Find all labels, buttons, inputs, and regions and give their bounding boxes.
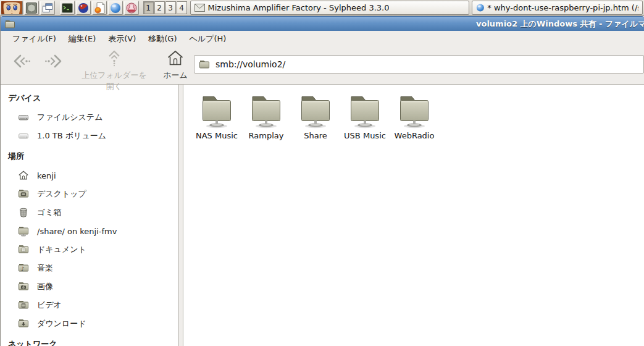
window-list-button[interactable] — [40, 1, 55, 15]
forward-button[interactable] — [44, 53, 64, 72]
network-folder-icon — [398, 92, 431, 129]
blue-sphere-icon — [109, 2, 122, 14]
sidebar-item-label: ゴミ箱 — [37, 207, 62, 218]
toolbar: 上位フォルダーを開く ホーム — [1, 47, 644, 85]
sidebar-header-network: ネットワーク — [1, 333, 178, 346]
sidebar-item-pictures[interactable]: 画像 — [1, 277, 178, 296]
firefox-document-launcher[interactable] — [92, 1, 107, 15]
folder-ramplay[interactable]: Ramplay — [241, 92, 291, 140]
anime-avatar-icon — [1, 1, 22, 15]
folder-desktop-icon — [18, 188, 29, 200]
network-folder-icon — [249, 92, 283, 129]
folder-label: Share — [304, 131, 327, 140]
up-folder-label: 上位フォルダーを開く — [80, 70, 149, 92]
back-button[interactable] — [12, 53, 31, 72]
menu-view[interactable]: 表示(V) — [102, 31, 142, 47]
sidebar-item-label: /share/ on kenji-fmv — [37, 227, 117, 236]
folder-videos-icon — [18, 300, 29, 311]
menu-edit[interactable]: 編集(E) — [62, 31, 102, 47]
menu-avatar-button[interactable] — [1, 1, 23, 15]
network-folder-icon — [200, 92, 233, 129]
menu-go[interactable]: 移動(G) — [142, 31, 183, 47]
folder-label: WebRadio — [395, 131, 435, 140]
pink-app-icon — [125, 2, 138, 14]
sidebar-item-desktop[interactable]: デスクトップ — [1, 185, 178, 203]
sidebar-item-downloads[interactable]: ダウンロード — [1, 314, 178, 333]
address-bar[interactable] — [194, 55, 644, 74]
sidebar-item-label: kenji — [37, 171, 56, 180]
folder-network-icon — [18, 226, 29, 237]
sidebar-item-label: ファイルシステム — [37, 112, 102, 123]
sidebar-item-share-kenji-fmv[interactable]: /share/ on kenji-fmv — [1, 222, 178, 240]
sidebar-item-label: ビデオ — [37, 300, 62, 311]
folder-nas-music[interactable]: NAS Music — [192, 92, 241, 140]
sidebar-item-videos[interactable]: ビデオ — [1, 296, 178, 314]
terminal-icon — [61, 2, 73, 14]
file-manager-window: volumio2 上のWindows 共有 - ファイルマネージャ ファイル(F… — [0, 16, 644, 346]
up-folder-button[interactable]: 上位フォルダーを開く — [80, 49, 149, 92]
sidebar-item-label: ドキュメント — [37, 244, 86, 255]
folder-view: NAS Music Ramplay Share USB Music WebRad… — [183, 85, 644, 346]
menu-help[interactable]: ヘルプ(H) — [183, 31, 232, 47]
folder-label: Ramplay — [249, 131, 284, 140]
workspace-2[interactable]: 2 — [154, 1, 165, 14]
harddisk-icon — [18, 112, 29, 123]
back-icon — [12, 53, 31, 69]
mozilla-globe-icon — [77, 2, 90, 14]
menu-file[interactable]: ファイル(F) — [6, 31, 62, 47]
folder-label: NAS Music — [196, 131, 238, 140]
sidebar-item-label: 画像 — [37, 281, 53, 292]
task-button-sylpheed[interactable]: Mizushima Amplifier Factory - Sylpheed 3… — [190, 1, 469, 15]
workspace-3[interactable]: 3 — [165, 1, 176, 14]
folder-downloads-icon — [18, 318, 29, 329]
folder-documents-icon — [18, 244, 29, 255]
taskbar: 1 2 3 4 Mizushima Amplifier Factory - Sy… — [0, 0, 644, 16]
sidebar-item-documents[interactable]: ドキュメント — [1, 240, 178, 259]
sidebar-item-label: 1.0 TB ボリューム — [37, 130, 106, 141]
folder-music-icon: ♪ — [18, 263, 29, 274]
task-label: Mizushima Amplifier Factory - Sylpheed 3… — [208, 3, 390, 12]
harddisk-unmounted-icon — [18, 130, 29, 141]
workspace-1[interactable]: 1 — [143, 1, 154, 14]
sidebar-item-home[interactable]: kenji — [1, 166, 178, 185]
places-sidebar: デバイス ファイルシステム 1.0 TB ボリューム 場所 — [1, 85, 179, 346]
home-label: ホーム — [159, 70, 192, 81]
show-desktop-button[interactable] — [24, 1, 39, 15]
task-button-browser[interactable]: * why-dont-use-raspberry-pi-jp.htm (/sha — [472, 1, 643, 15]
home-button[interactable]: ホーム — [159, 49, 192, 81]
folder-usb-music[interactable]: USB Music — [340, 92, 390, 140]
folder-label: USB Music — [344, 131, 386, 140]
workspace-4[interactable]: 4 — [177, 1, 187, 14]
browser-globe-icon — [476, 3, 485, 12]
blue-sphere-launcher[interactable] — [108, 1, 123, 15]
titlebar[interactable]: volumio2 上のWindows 共有 - ファイルマネージャ — [1, 16, 644, 31]
folder-pictures-icon — [18, 281, 29, 292]
trash-icon — [18, 207, 29, 218]
forward-icon — [44, 53, 64, 69]
sidebar-item-filesystem[interactable]: ファイルシステム — [1, 108, 178, 127]
sidebar-item-label: デスクトップ — [37, 188, 86, 200]
address-input[interactable] — [214, 59, 643, 70]
up-arrow-icon — [105, 49, 123, 67]
sidebar-item-trash[interactable]: ゴミ箱 — [1, 203, 178, 222]
taskbar-spacer — [56, 0, 59, 15]
menubar: ファイル(F) 編集(E) 表示(V) 移動(G) ヘルプ(H) — [1, 31, 644, 47]
mail-icon — [194, 4, 205, 12]
sidebar-item-music[interactable]: ♪ 音楽 — [1, 259, 178, 277]
home-small-icon — [18, 170, 29, 181]
mozilla-launcher[interactable] — [76, 1, 91, 15]
window-content: デバイス ファイルシステム 1.0 TB ボリューム 場所 — [1, 85, 644, 346]
folder-webradio[interactable]: WebRadio — [390, 92, 439, 140]
terminal-launcher[interactable] — [60, 1, 75, 15]
sidebar-item-volume[interactable]: 1.0 TB ボリューム — [1, 127, 178, 145]
window-folder-icon — [4, 19, 15, 32]
sidebar-header-places: 場所 — [1, 145, 178, 166]
network-folder-icon — [348, 92, 382, 129]
network-folder-icon — [299, 92, 332, 129]
workspace-pager: 1 2 3 4 — [143, 1, 188, 14]
firefox-document-icon — [93, 2, 106, 14]
sidebar-item-label: 音楽 — [37, 263, 53, 274]
folder-share[interactable]: Share — [291, 92, 340, 140]
pink-app-launcher[interactable] — [124, 1, 139, 15]
window-list-icon — [41, 2, 54, 14]
